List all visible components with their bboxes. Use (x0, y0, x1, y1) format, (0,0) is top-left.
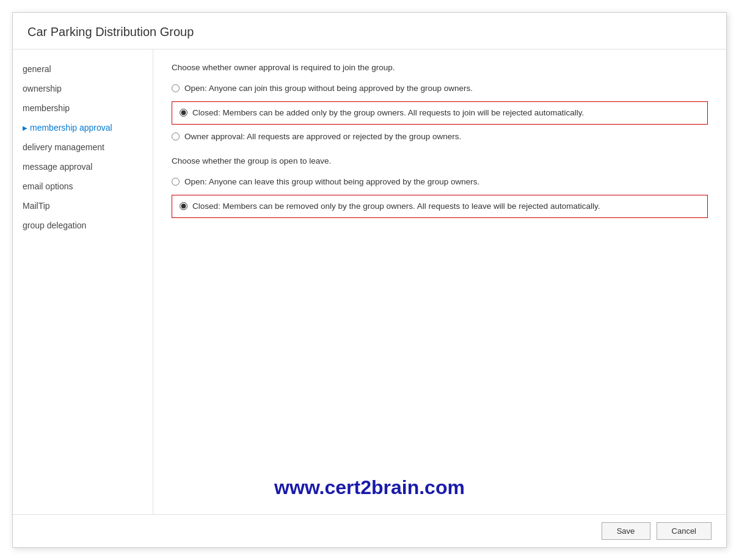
sidebar-item-mailtip[interactable]: MailTip (13, 196, 153, 216)
join-description: Choose whether owner approval is require… (172, 62, 708, 74)
sidebar-item-label: message approval (23, 162, 92, 172)
radio-input-leave-open[interactable] (172, 178, 180, 186)
dialog: Car Parking Distribution Group generalow… (12, 12, 727, 548)
radio-input-join-open[interactable] (172, 84, 180, 92)
radio-label-join-owner[interactable]: Owner approval: All requests are approve… (184, 131, 461, 143)
radio-label-leave-open[interactable]: Open: Anyone can leave this group withou… (184, 176, 479, 188)
radio-option-leave-closed: Closed: Members can be removed only by t… (172, 195, 708, 218)
radio-option-join-closed: Closed: Members can be added only by the… (172, 101, 708, 125)
radio-option-join-open: Open: Anyone can join this group without… (172, 82, 708, 95)
save-button[interactable]: Save (602, 522, 650, 540)
sidebar-item-membership[interactable]: membership (13, 98, 153, 118)
radio-option-join-owner: Owner approval: All requests are approve… (172, 131, 708, 143)
sidebar-item-label: general (23, 64, 51, 74)
radio-label-join-closed[interactable]: Closed: Members can be added only by the… (192, 107, 584, 119)
sidebar-item-ownership[interactable]: ownership (13, 79, 153, 98)
sidebar-item-label: delivery management (23, 142, 104, 152)
sidebar-item-label: email options (23, 181, 73, 191)
sidebar-item-label: ownership (23, 84, 62, 93)
radio-input-join-owner[interactable] (172, 133, 180, 140)
sidebar-item-delivery-management[interactable]: delivery management (13, 137, 153, 157)
radio-option-leave-open: Open: Anyone can leave this group withou… (172, 176, 708, 188)
sidebar-item-label: MailTip (23, 201, 50, 211)
radio-input-leave-closed[interactable] (180, 202, 187, 210)
radio-label-join-open[interactable]: Open: Anyone can join this group without… (184, 82, 473, 95)
active-arrow-icon: ▶ (23, 125, 27, 131)
content-area: Choose whether owner approval is require… (153, 49, 726, 514)
sidebar-item-general[interactable]: general (13, 59, 153, 79)
dialog-body: generalownershipmembership▶ membership a… (13, 49, 726, 514)
radio-label-leave-closed[interactable]: Closed: Members can be removed only by t… (192, 200, 600, 213)
sidebar-item-label: membership (23, 103, 70, 113)
sidebar-item-membership-approval[interactable]: ▶ membership approval (13, 118, 153, 137)
dialog-title: Car Parking Distribution Group (13, 13, 726, 49)
sidebar-item-email-options[interactable]: email options (13, 176, 153, 196)
dialog-footer: Save Cancel (13, 514, 726, 547)
sidebar-item-label: membership approval (30, 123, 112, 133)
sidebar: generalownershipmembership▶ membership a… (13, 49, 153, 514)
sidebar-item-message-approval[interactable]: message approval (13, 157, 153, 176)
leave-description: Choose whether the group is open to leav… (172, 155, 708, 167)
cancel-button[interactable]: Cancel (657, 522, 712, 540)
sidebar-item-group-delegation[interactable]: group delegation (13, 216, 153, 235)
sidebar-item-label: group delegation (23, 220, 86, 230)
radio-input-join-closed[interactable] (180, 109, 187, 117)
